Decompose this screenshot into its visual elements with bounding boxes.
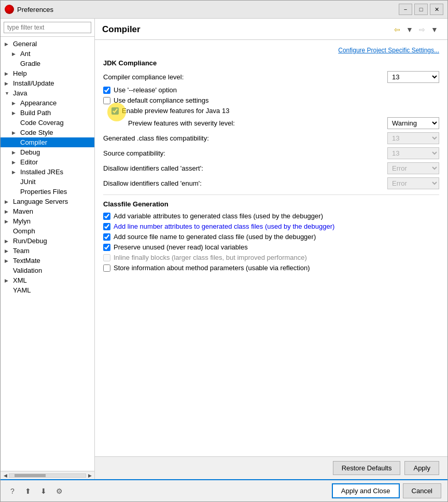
nav-back-button[interactable]: ⇦ [391, 24, 403, 35]
disallow-assert-dropdown[interactable]: Error [387, 162, 439, 174]
sidebar-item-appearance[interactable]: ▶Appearance [1, 98, 94, 108]
classfile-label-1[interactable]: Add line number attributes to generated … [114, 222, 334, 230]
content-panel: Compiler ⇦ ▼ ⇨ ▼ Configure Project Speci… [95, 19, 447, 479]
sidebar-item-java[interactable]: ▼Java [1, 88, 94, 98]
generated-class-dropdown[interactable]: 13 [387, 132, 439, 144]
sidebar-item-yaml[interactable]: YAML [1, 285, 94, 295]
classfile-label-2[interactable]: Add source file name to generated class … [114, 233, 316, 241]
use-default-row: Use default compliance settings [103, 96, 439, 104]
sidebar-item-label-general: General [13, 40, 37, 48]
cancel-button[interactable]: Cancel [403, 483, 441, 498]
code_style-arrow-icon: ▶ [12, 130, 19, 135]
sidebar-item-label-language_servers: Language Servers [13, 198, 68, 205]
classfile-checkbox-0[interactable] [103, 213, 110, 220]
enable-preview-checkbox[interactable] [111, 107, 119, 115]
sidebar-item-junit[interactable]: JUnit [1, 177, 94, 187]
sidebar-item-xml[interactable]: ▶XML [1, 275, 94, 285]
classfile-label-4: Inline finally blocks (larger class file… [114, 254, 307, 261]
sidebar-item-code_coverage[interactable]: Code Coverag [1, 118, 94, 128]
classfile-checkbox-4[interactable] [103, 254, 110, 261]
sidebar-item-run_debug[interactable]: ▶Run/Debug [1, 236, 94, 246]
sidebar-item-debug[interactable]: ▶Debug [1, 147, 94, 157]
sidebar-item-help[interactable]: ▶Help [1, 68, 94, 78]
nav-dropdown-button[interactable]: ▼ [404, 24, 415, 35]
use-release-checkbox[interactable] [103, 87, 110, 94]
preview-severity-dropdown[interactable]: Warning [387, 117, 439, 129]
sidebar-item-editor[interactable]: ▶Editor [1, 157, 94, 167]
apply-close-button[interactable]: Apply and Close [332, 483, 400, 498]
restore-defaults-button[interactable]: Restore Defaults [333, 461, 401, 475]
jdk-section-title: JDK Compliance [103, 59, 439, 67]
import-icon[interactable]: ⬇ [38, 485, 49, 497]
sidebar-item-label-java: Java [13, 89, 27, 97]
sidebar-item-compiler[interactable]: Compiler [1, 137, 94, 147]
apply-button[interactable]: Apply [404, 461, 439, 475]
help-icon[interactable]: ? [7, 485, 18, 497]
classfile-checkbox-3[interactable] [103, 244, 110, 251]
install_update-arrow-icon: ▶ [5, 81, 12, 86]
mylyn-arrow-icon: ▶ [5, 219, 12, 224]
app-icon [5, 5, 14, 14]
export-icon[interactable]: ⬆ [22, 485, 34, 497]
sidebar-item-maven[interactable]: ▶Maven [1, 206, 94, 216]
sidebar-item-textmate[interactable]: ▶TextMate [1, 256, 94, 266]
settings-icon[interactable]: ⚙ [53, 485, 65, 497]
classfile-option-row-4: Inline finally blocks (larger class file… [103, 254, 439, 261]
window-title: Preferences [17, 6, 396, 13]
footer-buttons: Apply and Close Cancel [332, 483, 441, 498]
classfile-label-5[interactable]: Store information about method parameter… [114, 264, 310, 272]
section-divider [103, 194, 439, 195]
classfile-checkbox-1[interactable] [103, 223, 110, 230]
enable-preview-label[interactable]: Enable preview features for Java 13 [122, 107, 229, 115]
sidebar-item-validation[interactable]: Validation [1, 266, 94, 275]
scrollbar-thumb[interactable] [15, 474, 46, 477]
compiler-compliance-label: Compiler compliance level: [103, 73, 383, 81]
minimize-button[interactable]: − [399, 4, 412, 15]
sidebar-item-mylyn[interactable]: ▶Mylyn [1, 216, 94, 226]
disallow-enum-label: Disallow identifiers called 'enum': [103, 179, 383, 187]
sidebar-item-gradle[interactable]: Gradle [1, 59, 94, 68]
sidebar-item-team[interactable]: ▶Team [1, 246, 94, 256]
scroll-left-icon[interactable]: ◀ [2, 472, 9, 479]
classfile-label-3[interactable]: Preserve unused (never read) local varia… [114, 243, 248, 251]
config-link[interactable]: Configure Project Specific Settings... [338, 47, 439, 54]
sidebar-item-installed_jres[interactable]: ▶Installed JREs [1, 167, 94, 177]
disallow-enum-row: Disallow identifiers called 'enum': Erro… [103, 177, 439, 189]
classfile-checkbox-5[interactable] [103, 264, 110, 272]
search-input[interactable] [4, 22, 91, 33]
use-default-checkbox[interactable] [103, 97, 110, 104]
disallow-enum-dropdown[interactable]: Error [387, 177, 439, 189]
sidebar-item-install_update[interactable]: ▶Install/Update [1, 78, 94, 88]
content-body: Configure Project Specific Settings... J… [95, 40, 447, 456]
nav-forward-button[interactable]: ⇨ [416, 24, 428, 35]
window-controls: − □ ✕ [399, 4, 443, 15]
classfile-option-row-1: Add line number attributes to generated … [103, 222, 439, 230]
sidebar-item-oomph[interactable]: Oomph [1, 226, 94, 236]
classfile-label-0[interactable]: Add variable attributes to generated cla… [114, 212, 323, 220]
sidebar-scrollbar: ◀ ▶ [1, 471, 94, 479]
sidebar-item-general[interactable]: ▶General [1, 39, 94, 49]
installed_jres-arrow-icon: ▶ [12, 170, 19, 175]
sidebar-item-label-maven: Maven [13, 207, 33, 215]
close-button[interactable]: ✕ [430, 4, 443, 15]
use-release-label[interactable]: Use '--release' option [114, 86, 177, 94]
disallow-assert-row: Disallow identifiers called 'assert': Er… [103, 162, 439, 174]
classfile-option-row-0: Add variable attributes to generated cla… [103, 212, 439, 220]
maximize-button[interactable]: □ [414, 4, 428, 15]
use-default-label[interactable]: Use default compliance settings [114, 96, 209, 104]
general-arrow-icon: ▶ [5, 41, 12, 47]
classfile-checkbox-2[interactable] [103, 233, 110, 241]
sidebar-item-code_style[interactable]: ▶Code Style [1, 128, 94, 137]
preview-severity-row: Preview features with severity level: Wa… [103, 117, 439, 129]
nav-forward-dropdown-button[interactable]: ▼ [429, 24, 440, 35]
scroll-right-icon[interactable]: ▶ [86, 472, 93, 479]
sidebar-item-build_path[interactable]: ▶Build Path [1, 108, 94, 118]
source-compat-dropdown[interactable]: 13 [387, 147, 439, 159]
sidebar-item-properties_files[interactable]: Properties Files [1, 187, 94, 197]
build_path-arrow-icon: ▶ [12, 110, 19, 116]
sidebar-item-language_servers[interactable]: ▶Language Servers [1, 197, 94, 206]
sidebar-item-label-team: Team [13, 247, 30, 255]
compiler-compliance-dropdown[interactable]: 13 [387, 71, 439, 83]
sidebar-item-ant[interactable]: ▶Ant [1, 49, 94, 59]
help-arrow-icon: ▶ [5, 71, 12, 76]
